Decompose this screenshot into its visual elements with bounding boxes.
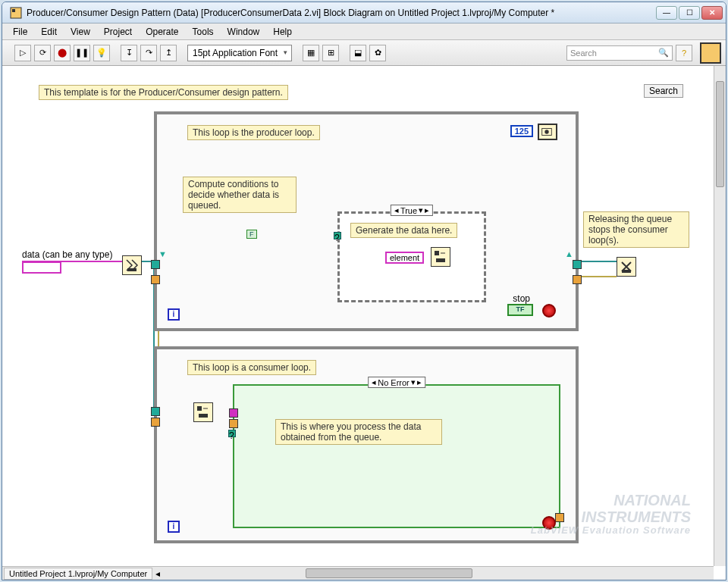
font-selector[interactable]: 15pt Application Font xyxy=(187,45,292,61)
menu-tools[interactable]: Tools xyxy=(187,25,220,39)
highlight-button[interactable]: 💡 xyxy=(93,45,110,61)
tunnel-error-out[interactable] xyxy=(573,275,582,284)
vertical-scrollbar[interactable] xyxy=(714,66,726,566)
help-button[interactable]: ? xyxy=(676,45,692,61)
horizontal-scroll-thumb[interactable] xyxy=(306,568,472,578)
toolbar: ▷ ⟳ ⬤ ❚❚ 💡 ↧ ↷ ↥ 15pt Application Font ▦… xyxy=(2,40,726,66)
data-type-label: data (can be any type) xyxy=(22,249,112,260)
tunnel-queue-out[interactable] xyxy=(573,260,582,269)
close-button[interactable]: ✕ xyxy=(701,6,723,20)
wait-ms-node[interactable] xyxy=(538,124,557,140)
watermark: NATIONAL INSTRUMENTS LabVIEW Evaluation … xyxy=(531,492,691,536)
iteration-terminal-consumer[interactable]: i xyxy=(168,521,180,533)
consumer-title-comment: This loop is a consumer loop. xyxy=(187,360,316,375)
run-continuous-button[interactable]: ⟳ xyxy=(34,45,51,61)
block-diagram-canvas[interactable]: This template is for the Producer/Consum… xyxy=(2,66,714,566)
menu-file[interactable]: File xyxy=(7,25,33,39)
case-selector-consumer[interactable]: ◂ No Error ▾ ▸ xyxy=(368,377,425,388)
search-input[interactable]: Search 🔍 xyxy=(566,45,673,61)
shift-register-left-icon[interactable]: ▼ xyxy=(158,249,168,258)
process-data-comment: This is where you process the data obtai… xyxy=(275,419,442,445)
shift-register-right-icon[interactable]: ▲ xyxy=(565,249,574,258)
dropdown-arrow-icon[interactable]: ▾ xyxy=(419,205,423,215)
enqueue-element-node[interactable] xyxy=(431,247,450,267)
dequeue-element-node[interactable] xyxy=(193,402,213,422)
titlebar[interactable]: Producer/Consumer Design Pattern (Data) … xyxy=(2,2,726,23)
distribute-button[interactable]: ⊞ xyxy=(322,45,339,61)
svg-rect-2 xyxy=(127,268,136,271)
step-out-button[interactable]: ↥ xyxy=(160,45,177,61)
producer-case-structure[interactable]: ◂ True ▾ ▸ Generate the data here. eleme… xyxy=(337,211,486,302)
right-arrow-icon[interactable]: ▸ xyxy=(425,205,429,215)
dropdown-arrow-icon[interactable]: ▾ xyxy=(411,377,416,387)
svg-point-4 xyxy=(544,130,548,133)
menu-window[interactable]: Window xyxy=(221,25,266,39)
search-placeholder-text: Search xyxy=(570,48,658,58)
breadcrumb-arrow-icon[interactable]: ◂ xyxy=(152,568,163,579)
window-title: Producer/Consumer Design Pattern (Data) … xyxy=(27,8,656,18)
menu-operate[interactable]: Operate xyxy=(140,25,184,39)
case-selector-terminal-consumer[interactable]: ? xyxy=(228,430,236,437)
case-selector-consumer-label: No Error xyxy=(378,378,410,387)
app-icon xyxy=(10,7,22,19)
producer-title-comment: This loop is the producer loop. xyxy=(187,125,320,140)
wait-ms-constant[interactable]: 125 xyxy=(510,125,533,137)
right-arrow-icon[interactable]: ▸ xyxy=(417,377,422,387)
generate-comment: Generate the data here. xyxy=(350,223,457,238)
run-button[interactable]: ▷ xyxy=(14,45,31,61)
svg-rect-8 xyxy=(197,406,202,411)
tunnel-error-in-consumer[interactable] xyxy=(151,418,160,427)
iteration-terminal[interactable]: i xyxy=(168,308,180,321)
tunnel-error-case-in[interactable] xyxy=(229,419,238,428)
compute-comment: Compute conditions to decide whether dat… xyxy=(183,177,297,213)
menu-view[interactable]: View xyxy=(64,25,96,39)
reorder-button[interactable]: ⬓ xyxy=(350,45,366,61)
element-control[interactable]: element xyxy=(385,252,424,264)
svg-rect-5 xyxy=(435,251,439,255)
pause-button[interactable]: ❚❚ xyxy=(74,45,90,61)
search-icon: 🔍 xyxy=(658,48,669,58)
case-selector-producer[interactable]: ◂ True ▾ ▸ xyxy=(391,205,433,216)
tunnel-error-in[interactable] xyxy=(151,275,160,284)
menu-edit[interactable]: Edit xyxy=(35,25,63,39)
step-over-button[interactable]: ↷ xyxy=(140,45,157,61)
consumer-case-structure[interactable]: ◂ No Error ▾ ▸ This is where you process… xyxy=(233,384,560,528)
producer-while-loop[interactable]: This loop is the producer loop. Compute … xyxy=(154,111,579,331)
svg-rect-9 xyxy=(199,414,208,418)
menu-project[interactable]: Project xyxy=(98,25,138,39)
align-button[interactable]: ▦ xyxy=(303,45,319,61)
tunnel-data-in[interactable] xyxy=(229,408,238,418)
stop-control[interactable]: TF xyxy=(507,304,533,316)
case-selector-terminal[interactable]: ? xyxy=(334,232,341,239)
maximize-button[interactable]: ☐ xyxy=(679,6,700,20)
stop-label: stop xyxy=(513,293,530,304)
step-into-button[interactable]: ↧ xyxy=(121,45,137,61)
release-queue-node[interactable] xyxy=(617,257,636,277)
false-constant[interactable]: F xyxy=(246,230,257,239)
watermark-line1: NATIONAL xyxy=(531,492,691,508)
loop-condition-terminal[interactable] xyxy=(542,304,556,318)
cleanup-button[interactable]: ✿ xyxy=(369,45,386,61)
watermark-line3: LabVIEW Evaluation Software xyxy=(531,525,691,536)
case-selector-label: True xyxy=(400,206,417,215)
menubar: File Edit View Project Operate Tools Win… xyxy=(2,23,726,40)
breadcrumb[interactable]: Untitled Project 1.lvproj/My Computer xyxy=(4,568,152,580)
release-queue-comment: Releasing the queue stops the consumer l… xyxy=(583,211,689,248)
vi-icon[interactable] xyxy=(700,42,721,64)
vertical-scroll-thumb[interactable] xyxy=(716,81,724,187)
left-arrow-icon[interactable]: ◂ xyxy=(372,377,376,387)
horizontal-scrollbar[interactable]: Untitled Project 1.lvproj/My Computer ◂ xyxy=(2,566,714,580)
svg-rect-1 xyxy=(12,9,15,12)
left-arrow-icon[interactable]: ◂ xyxy=(394,205,399,215)
app-window: Producer/Consumer Design Pattern (Data) … xyxy=(2,2,726,580)
data-type-control[interactable] xyxy=(22,261,61,274)
tunnel-queue-in-consumer[interactable] xyxy=(151,407,160,416)
tunnel-queue-in[interactable] xyxy=(151,260,160,269)
menu-help[interactable]: Help xyxy=(267,25,298,39)
obtain-queue-node[interactable] xyxy=(122,255,142,275)
minimize-button[interactable]: — xyxy=(656,6,677,20)
abort-button[interactable]: ⬤ xyxy=(54,45,71,61)
search-button[interactable]: Search xyxy=(644,84,683,98)
consumer-while-loop[interactable]: This loop is a consumer loop. ◂ No Error… xyxy=(154,346,579,543)
canvas-area: This template is for the Producer/Consum… xyxy=(2,66,726,580)
